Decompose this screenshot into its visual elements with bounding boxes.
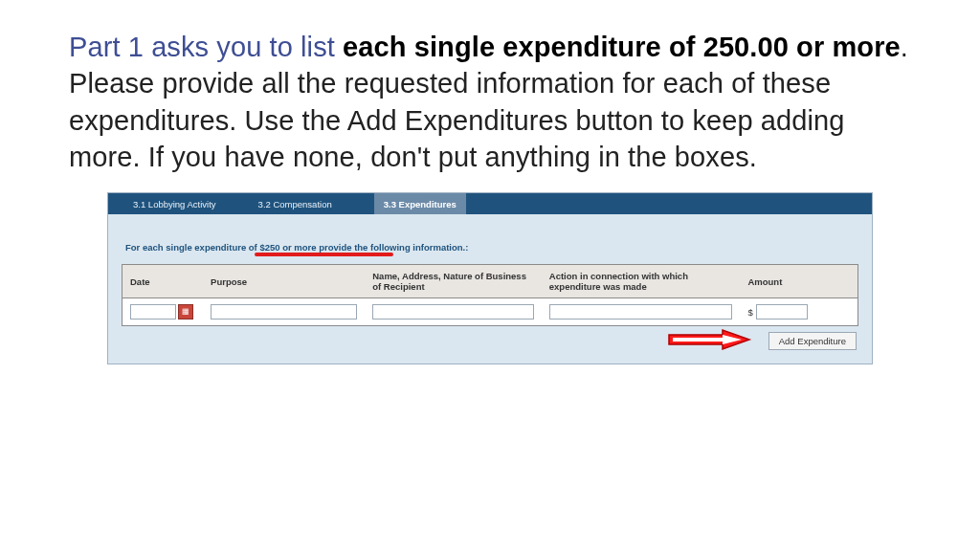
amount-input[interactable] xyxy=(756,304,808,320)
purpose-input[interactable] xyxy=(211,304,357,320)
red-underline-annotation xyxy=(255,253,393,256)
instruction-emphasis: each single expenditure of 250.00 or mor… xyxy=(343,32,901,62)
col-header-amount: Amount xyxy=(740,265,858,298)
table-header-row: Date Purpose Name, Address, Nature of Bu… xyxy=(122,265,858,298)
section-tabs: 3.1 Lobbying Activity 3.2 Compensation 3… xyxy=(108,193,872,214)
tab-compensation[interactable]: 3.2 Compensation xyxy=(258,193,332,214)
col-header-name: Name, Address, Nature of Business of Rec… xyxy=(365,265,542,298)
instruction-lead: Part 1 asks you to list xyxy=(69,32,343,62)
expenditures-table: Date Purpose Name, Address, Nature of Bu… xyxy=(122,264,858,326)
expenditures-form-panel: 3.1 Lobbying Activity 3.2 Compensation 3… xyxy=(107,192,873,364)
col-header-action: Action in connection with which expendit… xyxy=(542,265,741,298)
tab-lobbying-activity[interactable]: 3.1 Lobbying Activity xyxy=(133,193,216,214)
tab-expenditures[interactable]: 3.3 Expenditures xyxy=(374,193,466,214)
date-input[interactable] xyxy=(130,304,176,320)
add-expenditure-button[interactable]: Add Expenditure xyxy=(768,332,857,350)
action-input[interactable] xyxy=(549,304,733,320)
red-arrow-annotation xyxy=(667,328,753,351)
col-header-date: Date xyxy=(122,265,204,298)
form-hint-text: For each single expenditure of $250 or m… xyxy=(125,242,468,253)
instruction-paragraph: Part 1 asks you to list each single expe… xyxy=(69,29,911,175)
form-hint-span: For each single expenditure of $250 or m… xyxy=(125,242,468,253)
recipient-input[interactable] xyxy=(372,304,534,320)
calendar-icon[interactable]: ▦ xyxy=(178,304,193,320)
col-header-purpose: Purpose xyxy=(203,265,365,298)
table-row: ▦ $ xyxy=(122,298,858,326)
dollar-sign: $ xyxy=(747,307,752,318)
